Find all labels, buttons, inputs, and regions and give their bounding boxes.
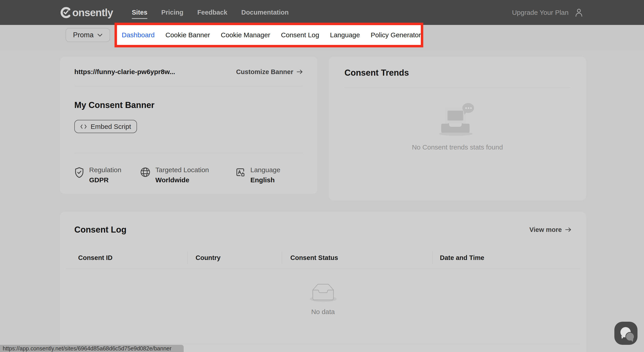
banner-info-row: Regulation GDPR Targeted Location Worldw…	[74, 166, 303, 184]
translate-icon	[235, 166, 246, 177]
consent-banner-card: https://funny-clarie-pw6ypr8w... Customi…	[60, 56, 318, 194]
tab-consent-log[interactable]: Consent Log	[281, 31, 319, 39]
tab-cookie-manager[interactable]: Cookie Manager	[221, 31, 270, 39]
log-table-header: Consent ID Country Consent Status Date a…	[74, 251, 572, 264]
info-item-regulation: Regulation GDPR	[74, 166, 140, 184]
trends-empty-state: No Consent trends stats found	[344, 103, 570, 151]
nav-item-pricing[interactable]: Pricing	[161, 9, 183, 16]
shield-check-icon	[74, 166, 84, 178]
tab-language[interactable]: Language	[330, 31, 360, 39]
tab-cookie-banner[interactable]: Cookie Banner	[166, 31, 210, 39]
tab-policy-generator[interactable]: Policy Generator	[371, 31, 421, 39]
consently-logo-icon	[60, 6, 72, 19]
site-tabs: Dashboard Cookie Banner Cookie Manager C…	[117, 31, 421, 39]
arrow-right-icon	[296, 69, 303, 74]
customize-banner-link[interactable]: Customize Banner	[236, 68, 303, 76]
chevron-down-icon	[97, 34, 102, 37]
statusbar-url-tooltip: https://app.consently.net/sites/6964d85a…	[0, 345, 184, 352]
consent-log-card: Consent Log View more Consent ID Country…	[60, 212, 586, 352]
consent-trends-card: Consent Trends No Consent trends stats f…	[329, 56, 586, 200]
divider	[74, 86, 303, 86]
upgrade-plan-link[interactable]: Upgrade Your Plan	[512, 9, 568, 16]
statusbar-url-text: https://app.consently.net/sites/6964d85a…	[3, 345, 172, 352]
log-empty-state: No data	[74, 284, 572, 316]
column-header-consent-id: Consent ID	[74, 251, 188, 264]
annotation-highlight-box: Dashboard Cookie Banner Cookie Manager C…	[114, 23, 423, 47]
nav-item-feedback[interactable]: Feedback	[198, 9, 228, 16]
trends-card-title: Consent Trends	[344, 68, 570, 78]
chat-bubble-small-icon	[625, 332, 634, 341]
divider	[344, 88, 570, 88]
column-header-date-time: Date and Time	[432, 251, 572, 264]
chat-widget-button[interactable]	[614, 322, 638, 345]
view-more-link[interactable]: View more	[529, 226, 572, 234]
info-item-language: Language English	[235, 166, 280, 184]
top-navbar: onsently Sites Pricing Feedback Document…	[0, 0, 644, 25]
banner-card-title: My Consent Banner	[74, 100, 303, 110]
tab-dashboard[interactable]: Dashboard	[122, 31, 155, 39]
globe-icon	[140, 166, 150, 177]
divider	[66, 344, 580, 344]
column-header-consent-status: Consent Status	[282, 251, 432, 264]
empty-inbox-icon	[309, 284, 338, 302]
site-url-text: https://funny-clarie-pw6ypr8w...	[74, 68, 175, 76]
column-header-country: Country	[188, 251, 282, 264]
topnav-right: Upgrade Your Plan	[512, 0, 583, 25]
nav-item-documentation[interactable]: Documentation	[241, 9, 288, 16]
consently-logo-text: onsently	[72, 6, 113, 19]
site-subnav: Proma Dashboard Cookie Banner Cookie Man…	[0, 25, 644, 51]
empty-trends-icon	[435, 103, 480, 134]
nav-item-sites[interactable]: Sites	[132, 9, 147, 19]
embed-script-button[interactable]: Embed Script	[74, 120, 137, 133]
user-icon[interactable]	[575, 8, 583, 17]
app-root: onsently Sites Pricing Feedback Document…	[0, 0, 644, 352]
divider	[66, 269, 580, 269]
trends-empty-text: No Consent trends stats found	[412, 144, 503, 151]
site-selector-dropdown[interactable]: Proma	[66, 28, 110, 42]
no-data-text: No data	[311, 308, 335, 316]
consently-logo[interactable]: onsently	[60, 0, 113, 25]
top-nav-links: Sites Pricing Feedback Documentation	[132, 0, 289, 25]
arrow-right-icon	[565, 227, 572, 232]
code-icon	[80, 124, 87, 129]
info-item-targeted-location: Targeted Location Worldwide	[140, 166, 235, 184]
site-selector-label: Proma	[73, 31, 94, 39]
log-card-title: Consent Log	[74, 225, 126, 234]
